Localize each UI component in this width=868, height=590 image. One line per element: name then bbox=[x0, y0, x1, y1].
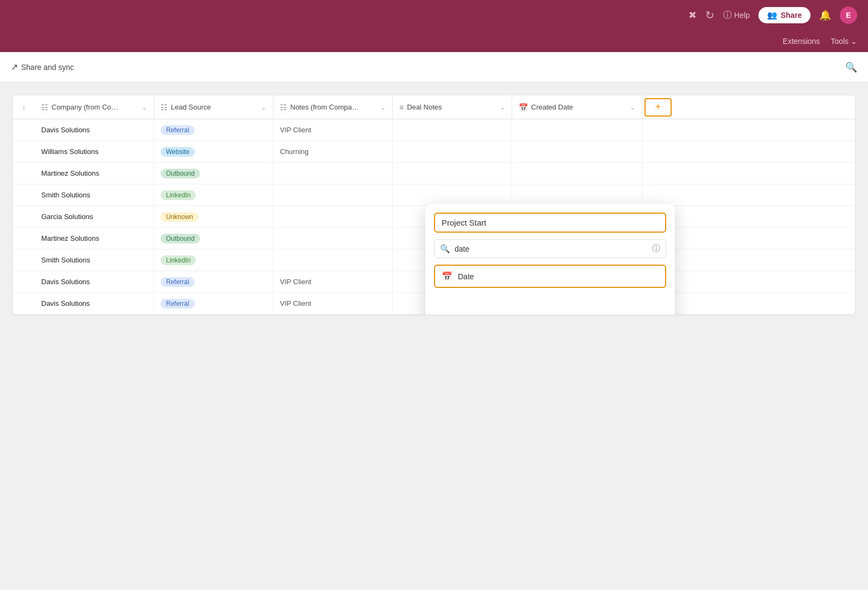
column-header-company[interactable]: ☷ Company (from Co… ⌄ bbox=[35, 95, 154, 119]
deal-col-chevron: ⌄ bbox=[500, 104, 505, 111]
row-checkbox[interactable] bbox=[13, 126, 35, 134]
deal-cell bbox=[393, 163, 512, 184]
lead-badge: Unknown bbox=[161, 212, 199, 222]
lead-cell: Referral bbox=[154, 271, 273, 292]
lead-badge: Outbound bbox=[161, 234, 200, 243]
lead-col-icon: ☷ bbox=[161, 103, 168, 112]
extensions-link[interactable]: Extensions bbox=[783, 37, 820, 46]
share-sync-icon: ↗ bbox=[11, 62, 18, 72]
add-column-button[interactable]: + bbox=[644, 98, 672, 117]
notes-cell bbox=[273, 163, 393, 184]
notes-cell: VIP Client bbox=[273, 271, 393, 292]
created-cell bbox=[512, 163, 642, 184]
column-header-created[interactable]: 📅 Created Date ⌄ bbox=[512, 95, 642, 119]
row-checkbox[interactable] bbox=[13, 148, 35, 156]
lead-col-chevron: ⌄ bbox=[261, 104, 266, 111]
notes-cell: VIP Client bbox=[273, 119, 393, 140]
row-checkbox[interactable] bbox=[13, 235, 35, 242]
avatar[interactable]: E bbox=[840, 7, 857, 24]
deal-cell bbox=[393, 141, 512, 162]
company-cell: Davis Solutions bbox=[35, 293, 154, 314]
lead-cell: Referral bbox=[154, 119, 273, 140]
lead-cell: Unknown bbox=[154, 206, 273, 227]
notes-cell bbox=[273, 228, 393, 249]
toolbar: ↗ Share and sync 🔍 bbox=[0, 52, 868, 82]
notes-cell: Churning bbox=[273, 141, 393, 162]
row-checkbox[interactable] bbox=[13, 278, 35, 286]
help-icon[interactable]: ⓘ bbox=[652, 243, 660, 254]
company-cell: Smith Solutions bbox=[35, 249, 154, 271]
popup-search-input[interactable] bbox=[455, 245, 648, 253]
lead-badge: Referral bbox=[161, 299, 195, 309]
company-cell: Davis Solutions bbox=[35, 119, 154, 140]
popup-title-input[interactable] bbox=[434, 213, 666, 233]
created-cell bbox=[512, 141, 642, 162]
notes-cell bbox=[273, 206, 393, 227]
created-cell bbox=[512, 184, 642, 206]
add-column-popup: 🔍 ⓘ 📅 Date + Add description bbox=[425, 204, 675, 315]
company-col-icon: ☷ bbox=[41, 103, 48, 112]
company-cell: Garcia Solutions bbox=[35, 206, 154, 227]
row-checkbox[interactable] bbox=[13, 213, 35, 221]
table-row: Davis Solutions Referral VIP Client bbox=[13, 119, 855, 141]
lead-cell: Outbound bbox=[154, 228, 273, 249]
created-col-chevron: ⌄ bbox=[630, 104, 635, 111]
notes-cell bbox=[273, 249, 393, 271]
top-bar: ✖ ↻ ⓘ Help 👥 Share 🔔 E bbox=[0, 0, 868, 30]
column-header-deal[interactable]: ≡ Deal Notes ⌄ bbox=[393, 95, 512, 119]
company-cell: Davis Solutions bbox=[35, 271, 154, 292]
row-checkbox[interactable] bbox=[13, 300, 35, 307]
company-cell: Smith Solutions bbox=[35, 184, 154, 206]
lead-badge: LinkedIn bbox=[161, 255, 196, 265]
lead-cell: Website bbox=[154, 141, 273, 162]
deal-cell bbox=[393, 184, 512, 206]
notes-cell: VIP Client bbox=[273, 293, 393, 314]
table-outer: ↕ ☷ Company (from Co… ⌄ ☷ Lead Source ⌄ … bbox=[0, 82, 868, 570]
lead-cell: Outbound bbox=[154, 163, 273, 184]
lead-cell: Referral bbox=[154, 293, 273, 314]
history-icon[interactable]: ✖ bbox=[688, 9, 697, 21]
column-header-lead[interactable]: ☷ Lead Source ⌄ bbox=[154, 95, 273, 119]
table-row: Martinez Solutions Outbound bbox=[13, 163, 855, 184]
history-clock-icon[interactable]: ↻ bbox=[705, 9, 714, 22]
row-checkbox[interactable] bbox=[13, 256, 35, 264]
table-row: Williams Solutions Website Churning bbox=[13, 141, 855, 163]
column-header-notes[interactable]: ☷ Notes (from Compa… ⌄ bbox=[273, 95, 393, 119]
lead-cell: LinkedIn bbox=[154, 249, 273, 271]
company-cell: Williams Solutions bbox=[35, 141, 154, 162]
popup-options: 📅 Date bbox=[425, 262, 675, 290]
row-checkbox[interactable] bbox=[13, 191, 35, 199]
share-button[interactable]: 👥 Share bbox=[758, 7, 810, 23]
tools-dropdown[interactable]: Tools ⌄ bbox=[831, 37, 857, 46]
share-icon: 👥 bbox=[767, 10, 777, 20]
company-col-chevron: ⌄ bbox=[142, 104, 147, 111]
popup-content-area bbox=[425, 290, 675, 315]
notes-col-icon: ☷ bbox=[280, 103, 287, 112]
search-icon[interactable]: 🔍 bbox=[845, 61, 857, 73]
lead-badge: Referral bbox=[161, 125, 195, 135]
table-area: ↕ ☷ Company (from Co… ⌄ ☷ Lead Source ⌄ … bbox=[13, 95, 855, 315]
deal-cell bbox=[393, 119, 512, 140]
created-col-icon: 📅 bbox=[519, 103, 528, 112]
header-checkbox-cell: ↕ bbox=[13, 103, 35, 111]
calendar-option-icon: 📅 bbox=[442, 271, 452, 281]
help-circle-icon: ⓘ bbox=[723, 10, 732, 21]
sort-icon: ↕ bbox=[22, 103, 26, 111]
search-icon: 🔍 bbox=[440, 244, 450, 254]
popup-search-area: 🔍 ⓘ bbox=[425, 239, 675, 262]
help-link[interactable]: ⓘ Help bbox=[723, 10, 750, 21]
table-header: ↕ ☷ Company (from Co… ⌄ ☷ Lead Source ⌄ … bbox=[13, 95, 855, 119]
notes-cell bbox=[273, 184, 393, 206]
lead-badge: Outbound bbox=[161, 169, 200, 178]
popup-header bbox=[425, 204, 675, 239]
secondary-nav: Extensions Tools ⌄ bbox=[0, 30, 868, 52]
popup-search-box: 🔍 ⓘ bbox=[434, 239, 666, 258]
date-option[interactable]: 📅 Date bbox=[434, 265, 666, 288]
share-sync-link[interactable]: ↗ Share and sync bbox=[11, 62, 74, 72]
notes-col-chevron: ⌄ bbox=[380, 104, 386, 111]
top-nav: ✖ ↻ ⓘ Help 👥 Share 🔔 E bbox=[688, 7, 857, 24]
table-row: Smith Solutions LinkedIn bbox=[13, 184, 855, 206]
company-cell: Martinez Solutions bbox=[35, 163, 154, 184]
notification-bell-icon[interactable]: 🔔 bbox=[819, 9, 831, 21]
row-checkbox[interactable] bbox=[13, 170, 35, 177]
